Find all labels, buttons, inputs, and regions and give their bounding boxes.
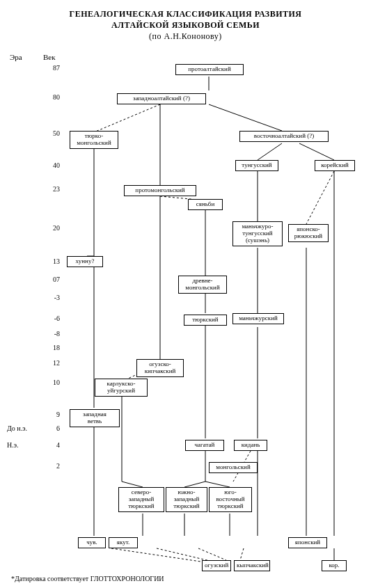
date-4: 4 (32, 441, 60, 449)
footnote: *Датировка соответствует ГЛОТТОХРОНОЛОГИ… (11, 575, 164, 582)
date-07: 07 (32, 276, 60, 283)
date-50: 50 (32, 129, 60, 137)
svg-line-2 (209, 104, 282, 131)
svg-line-1 (94, 104, 160, 132)
node-khitan: кидань (234, 440, 267, 451)
svg-line-37 (240, 548, 244, 560)
svg-line-36 (198, 548, 226, 560)
date--6: -6 (32, 315, 60, 322)
date-18a: 18 (32, 344, 60, 351)
svg-line-27 (122, 482, 143, 487)
century-column-header: Век (43, 53, 56, 61)
era-ce: Н.э. (7, 441, 19, 449)
svg-line-9 (306, 171, 334, 224)
date-12: 12 (32, 359, 60, 367)
svg-line-34 (111, 548, 205, 562)
node-oghuz: огузский (202, 560, 231, 571)
svg-line-31 (184, 482, 205, 487)
date-6: 6 (32, 424, 60, 432)
title-line-2: АЛТАЙСКОЙ ЯЗЫКОВОЙ СЕМЬИ (0, 19, 371, 31)
diagram-title: ГЕНЕАЛОГИЧЕСКАЯ КЛАССИФИКАЦИЯ РАЗВИТИЯ А… (0, 8, 371, 42)
node-se-turkic: юго- восточный тюркский (209, 487, 252, 512)
node-korean: корейский (315, 160, 355, 171)
date-87: 87 (32, 64, 60, 72)
node-proto-altaic: протоалтайский (175, 64, 244, 75)
node-mod-japanese: японский (288, 537, 327, 548)
node-chagatai: чагатай (185, 440, 224, 451)
node-tungusic: тунгусский (235, 160, 278, 171)
era-column-header: Эра (10, 53, 22, 61)
node-mod-mongol: монгольский (209, 462, 258, 473)
node-oghuz-kipchak: огузско-кипчакский (136, 359, 184, 377)
language-tree-diagram: ГЕНЕАЛОГИЧЕСКАЯ КЛАССИФИКАЦИЯ РАЗВИТИЯ А… (0, 0, 371, 588)
date-9: 9 (32, 411, 60, 418)
node-yakut: якут. (109, 537, 138, 548)
svg-line-6 (299, 143, 334, 160)
date--8: -8 (32, 330, 60, 337)
date-40: 40 (32, 161, 60, 169)
date-23: 23 (32, 185, 60, 193)
node-mod-manchu: маньчжурский (232, 313, 284, 324)
date--3: -3 (32, 294, 60, 301)
node-western-altaic: западноалтайский (?) (117, 93, 206, 104)
node-jap-ryukyu: японско- рюкюский (288, 224, 329, 242)
svg-line-32 (205, 482, 230, 487)
date-10: 10 (32, 379, 60, 386)
node-chuvash: чув. (78, 537, 106, 548)
node-karluk-uighur: карлукско- уйгурский (95, 379, 148, 397)
node-kipchak: кыпчакский (234, 560, 270, 571)
node-old-turkic: тюркский (184, 315, 227, 326)
node-ancient-mongol: древне- монгольский (178, 276, 227, 294)
node-proto-mongol: протомонгольский (124, 185, 196, 196)
node-nw-turkic: северо- западный тюркский (118, 487, 164, 512)
node-mod-korean: кор. (322, 560, 347, 571)
title-line-3: (по А.Н.Кононову) (0, 31, 371, 42)
date-13: 13 (32, 257, 60, 265)
title-line-1: ГЕНЕАЛОГИЧЕСКАЯ КЛАССИФИКАЦИЯ РАЗВИТИЯ (0, 8, 371, 19)
node-western-branch: западная ветвь (70, 409, 120, 427)
node-sw-turkic: южно- западный тюркский (166, 487, 207, 512)
svg-line-5 (258, 143, 282, 160)
node-xianbei: сяньби (188, 199, 223, 210)
date-80: 80 (32, 93, 60, 101)
node-xiongnu: хунну? (67, 256, 103, 267)
era-bce: До н.э. (7, 424, 27, 432)
date-2: 2 (32, 462, 60, 470)
node-turko-mongol: тюрко- монгольский (70, 131, 118, 149)
date-20: 20 (32, 224, 60, 232)
node-manchu-tungus: маньчжуро- тунгусский (сушэнь) (232, 221, 283, 246)
node-eastern-altaic: восточноалтайский (?) (239, 131, 329, 142)
